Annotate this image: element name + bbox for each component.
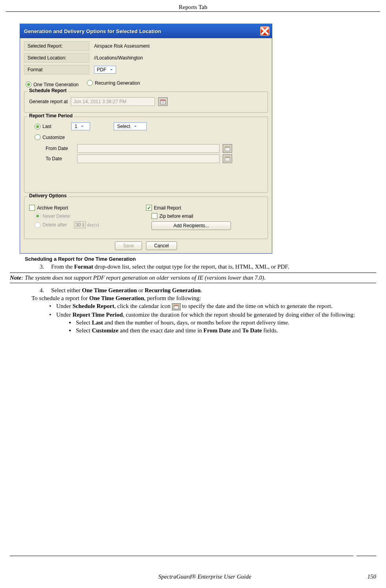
svg-rect-9: [174, 305, 179, 306]
square-bullet-icon: ▪: [69, 319, 76, 326]
text: , customize the duration for which the r…: [123, 312, 355, 318]
delete-after-label: Delete after: [42, 222, 67, 228]
text: and then the exact date and time in: [118, 327, 203, 334]
bullet-schedule-report: • Under Schedule Report, click the calen…: [49, 303, 376, 310]
from-date-calendar-button[interactable]: [223, 144, 232, 153]
radio-recurring[interactable]: Recurring Generation: [87, 80, 140, 86]
from-date-label: From Date: [46, 146, 77, 151]
note-text: : The system does not support PDF report…: [21, 275, 266, 281]
calendar-icon: [172, 303, 181, 310]
to-date-input[interactable]: [77, 154, 220, 163]
radio-never-delete: Never Delete: [35, 213, 70, 219]
selected-location-label: Selected Location:: [24, 53, 89, 63]
svg-rect-1: [161, 100, 165, 101]
bullet-icon: •: [49, 303, 56, 310]
text: Select: [76, 319, 92, 326]
to-date-calendar-button[interactable]: [223, 154, 232, 163]
radio-one-time[interactable]: One Time Generation: [26, 82, 79, 87]
bold: To Date: [242, 327, 262, 334]
never-delete-label: Never Delete: [42, 213, 70, 219]
header-title: Reports Tab: [179, 4, 207, 10]
radio-customize-label: Customize: [42, 135, 65, 140]
radio-customize[interactable]: Customize: [35, 134, 65, 140]
radio-icon: [35, 222, 41, 228]
radio-one-time-label: One Time Generation: [33, 82, 79, 87]
footer-title: SpectraGuard® Enterprise User Guide: [10, 573, 353, 580]
time-period-fieldset: Report Time Period Last 1: [24, 117, 268, 193]
bold: Format: [74, 263, 93, 270]
titlebar: Generation and Delivery Options for Sele…: [20, 24, 272, 38]
to-date-label: To Date: [46, 156, 77, 161]
bold: One Time Generation: [89, 295, 144, 301]
bold: Report Time Period: [72, 312, 123, 318]
text: Under: [56, 312, 72, 318]
selected-report-label: Selected Report:: [24, 41, 89, 51]
email-report-checkbox[interactable]: Email Report: [146, 205, 181, 211]
last-unit-select[interactable]: Select: [114, 122, 147, 130]
checkbox-icon: [29, 205, 35, 211]
square-bullet-icon: ▪: [69, 327, 76, 334]
footer-page-number: 150: [353, 573, 376, 580]
bullet-icon: •: [49, 312, 56, 318]
dialog: Generation and Delivery Options for Sele…: [20, 24, 272, 254]
close-button[interactable]: [260, 26, 270, 36]
calendar-icon: [225, 146, 230, 151]
last-number-select[interactable]: 1: [71, 122, 90, 130]
zip-before-label: Zip before email: [159, 213, 193, 219]
schedule-intro: To schedule a report for One Time Genera…: [31, 295, 376, 302]
svg-rect-7: [225, 157, 230, 158]
text: , perform the following:: [144, 295, 201, 301]
bullet-report-time-period: • Under Report Time Period, customize th…: [49, 312, 376, 318]
delete-days-spinner: 30 ▲▼: [74, 221, 86, 228]
generate-at-label: Generate report at: [29, 99, 68, 104]
delete-days-value: 30: [76, 222, 81, 228]
radio-recurring-label: Recurring Generation: [95, 80, 140, 86]
chevron-down-icon: [133, 124, 138, 129]
delivery-legend: Delivery Options: [28, 193, 68, 198]
text: .: [201, 287, 202, 293]
step-3: 3. From the Format drop-down list, selec…: [31, 263, 376, 270]
text: drop-down list, select the output type f…: [93, 263, 289, 270]
calendar-icon: [160, 99, 166, 104]
step-number: 4.: [31, 287, 44, 294]
generate-at-input[interactable]: Jun 14, 2011 3:38:27 PM: [71, 97, 155, 106]
text: or: [137, 287, 145, 293]
radio-delete-after: Delete after: [35, 222, 67, 228]
text: and then the number of hours, days, or m…: [103, 319, 290, 326]
radio-last-label: Last: [42, 124, 52, 129]
zip-before-checkbox[interactable]: Zip before email: [151, 213, 193, 219]
text: From the: [51, 263, 74, 270]
from-date-input[interactable]: [77, 144, 220, 153]
last-number-value: 1: [75, 124, 78, 129]
format-label: Format: [24, 65, 89, 74]
schedule-legend: Schedule Report: [28, 88, 68, 93]
text: fields.: [262, 327, 278, 334]
calendar-button[interactable]: [158, 97, 168, 106]
format-select[interactable]: PDF: [94, 66, 116, 74]
radio-last[interactable]: Last: [35, 124, 52, 130]
svg-rect-5: [225, 147, 230, 148]
step-4: 4. Select either One Time Generation or …: [31, 287, 376, 294]
format-value: PDF: [97, 67, 106, 72]
delete-unit-label: day(s): [87, 222, 99, 228]
add-recipients-button[interactable]: Add Recipients...: [151, 221, 231, 230]
chevron-down-icon: [109, 67, 114, 72]
text: Select either: [51, 287, 82, 293]
email-report-label: Email Report: [154, 205, 181, 211]
text: and: [231, 327, 242, 334]
cancel-button[interactable]: Cancel: [146, 241, 177, 250]
archive-report-checkbox[interactable]: Archive Report: [29, 205, 68, 211]
save-button[interactable]: Save: [115, 241, 142, 250]
checkbox-icon: [151, 213, 157, 219]
selected-report-value: Airspace Risk Assessment: [94, 43, 150, 49]
bold: Schedule Report: [72, 303, 114, 309]
sub-bullet-last: ▪ Select Last and then the number of hou…: [69, 319, 376, 326]
page-footer: SpectraGuard® Enterprise User Guide 150: [10, 572, 376, 580]
bold: Customize: [92, 327, 118, 334]
time-period-legend: Report Time Period: [28, 113, 74, 119]
note-label: Note: [10, 275, 21, 281]
archive-label: Archive Report: [37, 205, 68, 211]
bold: One Time Generation: [82, 287, 137, 293]
spinner-buttons: ▲▼: [82, 223, 84, 227]
titlebar-text: Generation and Delivery Options for Sele…: [24, 28, 161, 34]
